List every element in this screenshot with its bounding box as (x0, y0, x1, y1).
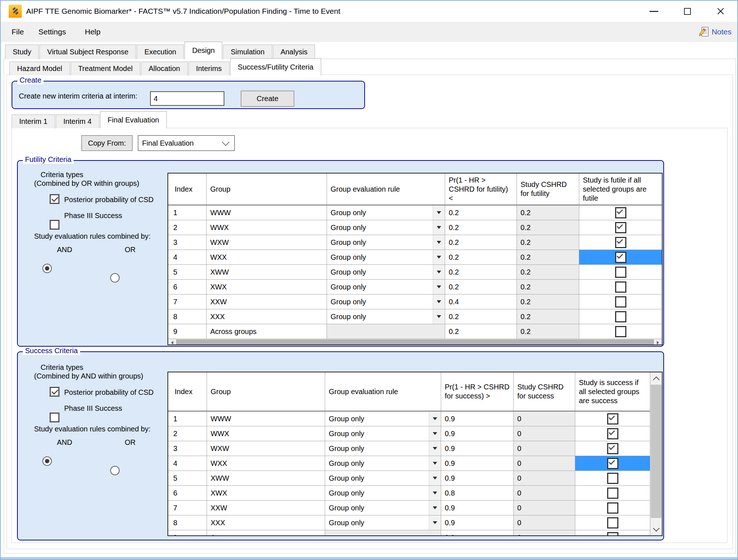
group-evaluation-rule-cell[interactable]: Group only (327, 265, 445, 280)
minimize-button[interactable] (637, 1, 671, 22)
success-posterior-probability-checkbox[interactable] (50, 387, 59, 397)
row-checkbox[interactable] (607, 458, 618, 469)
row-checkbox[interactable] (615, 207, 626, 218)
tab-design[interactable]: Design (184, 42, 222, 59)
probability-threshold-cell[interactable]: 0.2 (445, 220, 517, 235)
tab-interim-1[interactable]: Interim 1 (12, 114, 55, 128)
dropdown-arrow-icon[interactable] (429, 456, 441, 471)
tab-analysis[interactable]: Analysis (273, 45, 315, 59)
dropdown-arrow-icon[interactable] (429, 411, 441, 426)
row-checkbox[interactable] (615, 281, 626, 293)
futility-and-radio[interactable] (42, 264, 52, 273)
probability-threshold-cell[interactable]: 0.9 (441, 471, 514, 486)
group-evaluation-rule-cell[interactable]: Group only (325, 441, 441, 456)
dropdown-arrow-icon[interactable] (433, 280, 445, 294)
group-selected-cell[interactable] (579, 250, 662, 265)
group-selected-cell[interactable] (575, 501, 650, 515)
group-selected-cell[interactable] (575, 471, 650, 486)
tab-allocation[interactable]: Allocation (141, 62, 188, 75)
menu-settings[interactable]: Settings (35, 22, 70, 42)
group-selected-cell[interactable] (579, 280, 662, 294)
group-evaluation-rule-cell[interactable]: Group only (325, 456, 441, 471)
probability-threshold-cell[interactable]: 0.9 (441, 456, 514, 471)
probability-threshold-cell[interactable]: 0.2 (445, 205, 517, 220)
dropdown-arrow-icon[interactable] (429, 471, 441, 485)
probability-threshold-cell[interactable]: 0.2 (445, 309, 517, 324)
row-checkbox[interactable] (607, 502, 618, 514)
dropdown-arrow-icon[interactable] (429, 515, 441, 530)
dropdown-arrow-icon[interactable] (433, 309, 445, 324)
group-evaluation-rule-cell[interactable]: Group only (325, 411, 441, 426)
group-selected-cell[interactable] (575, 515, 650, 530)
group-selected-cell[interactable] (575, 441, 650, 456)
tab-final-evaluation[interactable]: Final Evaluation (100, 111, 167, 128)
horizontal-scroll-thumb[interactable] (176, 339, 654, 345)
row-checkbox[interactable] (615, 296, 626, 308)
futility-horizontal-scrollbar[interactable] (168, 339, 662, 345)
group-selected-cell[interactable] (579, 220, 662, 235)
success-or-radio[interactable] (110, 466, 120, 475)
vertical-scroll-thumb[interactable] (651, 385, 662, 518)
probability-threshold-cell[interactable]: 0.9 (441, 515, 514, 530)
row-checkbox[interactable] (607, 473, 618, 484)
probability-threshold-cell[interactable]: 0.9 (441, 426, 514, 441)
tab-simulation[interactable]: Simulation (223, 45, 272, 59)
dropdown-arrow-icon[interactable] (433, 250, 445, 264)
dropdown-arrow-icon[interactable] (429, 501, 441, 515)
group-selected-cell[interactable] (579, 324, 662, 339)
success-and-radio[interactable] (42, 456, 52, 466)
tab-virtual-subject-response[interactable]: Virtual Subject Response (40, 45, 136, 59)
create-button[interactable]: Create (241, 91, 294, 107)
group-selected-cell[interactable] (575, 486, 650, 501)
probability-threshold-cell[interactable]: 0.9 (441, 441, 514, 456)
probability-threshold-cell[interactable]: 0.2 (445, 280, 517, 294)
group-selected-cell[interactable] (579, 265, 662, 280)
group-selected-cell[interactable] (579, 235, 662, 250)
probability-threshold-cell[interactable]: 0.2 (445, 250, 517, 265)
tab-treatment-model[interactable]: Treatment Model (71, 62, 140, 75)
success-vertical-scrollbar[interactable] (650, 372, 662, 535)
probability-threshold-cell[interactable]: 0.2 (445, 265, 517, 280)
group-evaluation-rule-cell[interactable]: Group only (327, 235, 445, 250)
group-selected-cell[interactable] (575, 456, 650, 471)
group-evaluation-rule-cell[interactable]: Group only (325, 501, 441, 515)
close-button[interactable] (704, 1, 737, 22)
dropdown-arrow-icon[interactable] (433, 205, 445, 220)
interim-number-input[interactable] (150, 91, 224, 106)
row-checkbox[interactable] (615, 267, 626, 278)
group-selected-cell[interactable] (579, 294, 662, 309)
dropdown-arrow-icon[interactable] (433, 294, 445, 309)
group-evaluation-rule-cell[interactable]: Group only (327, 250, 445, 265)
dropdown-arrow-icon[interactable] (429, 426, 441, 441)
notes-button[interactable]: Notes (698, 22, 731, 42)
maximize-button[interactable] (671, 1, 704, 22)
menu-help[interactable]: Help (81, 22, 104, 42)
row-checkbox[interactable] (607, 517, 618, 528)
group-selected-cell[interactable] (575, 530, 650, 536)
row-checkbox[interactable] (615, 252, 626, 263)
group-evaluation-rule-cell[interactable]: Group only (327, 220, 445, 235)
row-checkbox[interactable] (615, 237, 626, 248)
group-selected-cell[interactable] (579, 205, 662, 220)
tab-hazard-model[interactable]: Hazard Model (9, 62, 70, 75)
group-evaluation-rule-cell[interactable]: Group only (327, 309, 445, 324)
group-evaluation-rule-cell[interactable]: Group only (327, 205, 445, 220)
futility-or-radio[interactable] (110, 273, 120, 283)
probability-threshold-cell[interactable]: 0.2 (445, 235, 517, 250)
scroll-up-button[interactable] (650, 372, 662, 385)
copy-from-dropdown[interactable]: Final Evaluation (138, 135, 235, 151)
dropdown-arrow-icon[interactable] (429, 441, 441, 456)
dropdown-arrow-icon[interactable] (429, 486, 441, 500)
group-evaluation-rule-cell[interactable]: Group only (327, 280, 445, 294)
futility-posterior-probability-checkbox[interactable] (50, 194, 59, 204)
row-checkbox[interactable] (607, 532, 618, 536)
scroll-left-icon[interactable] (168, 339, 176, 345)
row-checkbox[interactable] (607, 443, 618, 454)
success-phase3-success-checkbox[interactable] (50, 413, 59, 422)
probability-threshold-cell[interactable]: 0.9 (441, 411, 514, 426)
group-evaluation-rule-cell[interactable]: Group only (325, 471, 441, 486)
tab-interims[interactable]: Interims (188, 62, 229, 75)
tab-execution[interactable]: Execution (137, 45, 184, 59)
row-checkbox[interactable] (607, 488, 618, 499)
tab-success-futility-criteria[interactable]: Success/Futility Criteria (230, 58, 321, 75)
